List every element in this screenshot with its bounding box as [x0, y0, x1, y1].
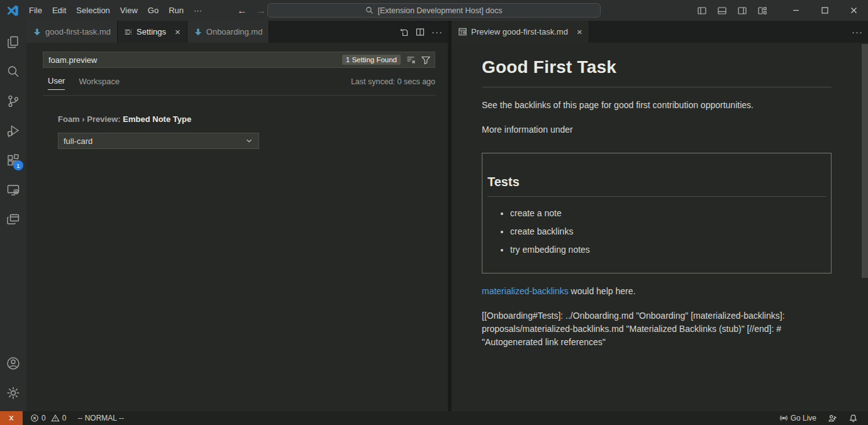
preview-scrollbar[interactable]: [862, 44, 868, 278]
list-item: try embedding notes: [510, 243, 826, 257]
left-tab-bar: good-first-task.md Settings × Onboarding…: [26, 21, 448, 43]
toggle-secondary-sidebar-icon[interactable]: [735, 3, 750, 18]
setting-name: Embed Note Type: [123, 114, 191, 124]
source-control-icon[interactable]: [0, 86, 26, 116]
warning-count: 0: [62, 414, 67, 422]
materialized-backlinks-link[interactable]: materialized-backlinks: [482, 286, 569, 296]
remote-indicator[interactable]: [0, 411, 23, 425]
settings-search-input[interactable]: [48, 55, 342, 65]
scope-tab-workspace[interactable]: Workspace: [79, 77, 120, 90]
close-tab-icon[interactable]: ×: [175, 27, 181, 36]
menu-file[interactable]: File: [24, 3, 47, 18]
error-icon: [30, 414, 39, 422]
right-editor-group: Preview good-first-task.md × ··· Good Fi…: [452, 21, 868, 411]
markdown-file-icon: [33, 28, 42, 36]
preview-paragraph: See the backlinks of this page for good …: [482, 99, 832, 112]
extensions-icon[interactable]: 1: [0, 145, 26, 175]
markdown-preview: Good First Task See the backlinks of thi…: [452, 43, 868, 411]
tab-preview-good-first-task[interactable]: Preview good-first-task.md ×: [452, 21, 589, 43]
navigate-back-icon[interactable]: ←: [237, 5, 247, 16]
embedded-note-title: Tests: [487, 172, 826, 191]
markdown-preview-icon: [458, 27, 467, 36]
embed-note-type-select[interactable]: full-card: [58, 133, 259, 149]
remote-icon: [7, 414, 16, 422]
status-bar: 0 0 -- NORMAL -- Go Live: [0, 411, 868, 425]
filter-funnel-icon[interactable]: [421, 55, 431, 65]
remote-explorer-icon[interactable]: [0, 175, 26, 204]
more-actions-icon[interactable]: ···: [852, 26, 863, 37]
tab-settings[interactable]: Settings ×: [118, 21, 187, 43]
settings-editor-icon: [124, 28, 133, 36]
window-title: [Extension Development Host] docs: [377, 6, 502, 15]
menu-view[interactable]: View: [115, 3, 143, 18]
toggle-primary-sidebar-icon[interactable]: [694, 3, 709, 18]
setting-category: Foam › Preview:: [58, 114, 123, 124]
right-tab-bar: Preview good-first-task.md × ···: [452, 21, 868, 43]
select-value: full-card: [64, 136, 92, 146]
preview-title: Good First Task: [482, 54, 832, 80]
settings-count-badge: 1 Setting Found: [342, 55, 401, 65]
tab-good-first-task[interactable]: good-first-task.md: [26, 21, 118, 43]
list-item: create a note: [510, 207, 826, 220]
search-view-icon[interactable]: [0, 57, 26, 86]
settings-editor: 1 Setting Found User Workspace Last sync…: [26, 43, 448, 411]
link-references-paragraph: [[Onboarding#Tests]: ../Onboarding.md "O…: [482, 309, 832, 349]
settings-gear-icon[interactable]: [0, 378, 26, 407]
problems-indicator[interactable]: 0 0: [26, 414, 70, 422]
menu-edit[interactable]: Edit: [47, 3, 71, 18]
command-center[interactable]: [Extension Development Host] docs: [267, 3, 601, 18]
close-tab-icon[interactable]: ×: [577, 27, 582, 36]
accounts-icon[interactable]: [0, 348, 26, 378]
close-window-button[interactable]: [839, 0, 868, 21]
vim-mode-indicator[interactable]: -- NORMAL --: [77, 414, 124, 422]
vscode-logo-icon: [6, 4, 19, 17]
customize-layout-icon[interactable]: [755, 3, 770, 18]
title-bar: File Edit Selection View Go Run ··· ← → …: [0, 0, 868, 21]
navigate-forward-icon[interactable]: →: [256, 5, 266, 16]
preview-paragraph: More information under: [482, 123, 832, 136]
broadcast-icon: [779, 414, 788, 422]
toggle-panel-icon[interactable]: [715, 3, 730, 18]
menu-bar: File Edit Selection View Go Run ···: [24, 3, 207, 18]
chevron-down-icon: [245, 136, 253, 145]
settings-search-box[interactable]: 1 Setting Found: [43, 52, 435, 68]
embedded-note-list: create a note create backlinks try embed…: [487, 207, 826, 257]
minimize-button[interactable]: [781, 0, 810, 21]
search-icon: [365, 6, 374, 14]
link-paragraph: materialized-backlinks would help here.: [482, 285, 832, 298]
split-editor-icon[interactable]: [415, 27, 425, 37]
markdown-file-icon: [194, 28, 203, 36]
activity-bar: 1: [0, 21, 26, 411]
feedback-icon[interactable]: [824, 414, 841, 423]
open-settings-json-icon[interactable]: [399, 27, 409, 37]
editor-layouts-icon[interactable]: [0, 204, 26, 234]
clear-filters-icon[interactable]: [406, 55, 416, 65]
heading-rule: [482, 87, 832, 87]
tab-onboarding[interactable]: Onboarding.md: [187, 21, 270, 43]
extensions-badge: 1: [13, 160, 23, 170]
heading-rule: [487, 196, 826, 197]
go-live-button[interactable]: Go Live: [776, 414, 820, 422]
menu-more[interactable]: ···: [189, 3, 207, 18]
warning-icon: [51, 414, 60, 422]
scope-tab-user[interactable]: User: [48, 76, 65, 90]
maximize-button[interactable]: [810, 0, 839, 21]
setting-row-embed-note-type: Foam › Preview: Embed Note Type full-car…: [58, 114, 435, 149]
error-count: 0: [42, 414, 46, 422]
list-item: create backlinks: [510, 225, 826, 238]
notifications-bell-icon[interactable]: [845, 414, 862, 423]
left-editor-group: good-first-task.md Settings × Onboarding…: [26, 21, 448, 411]
embedded-note-card: Tests create a note create backlinks try…: [482, 153, 832, 273]
menu-run[interactable]: Run: [164, 3, 189, 18]
menu-selection[interactable]: Selection: [71, 3, 114, 18]
menu-go[interactable]: Go: [143, 3, 164, 18]
run-and-debug-icon[interactable]: [0, 116, 26, 145]
setting-title: Foam › Preview: Embed Note Type: [58, 114, 435, 124]
sync-status: Last synced: 0 secs ago: [351, 77, 435, 89]
more-actions-icon[interactable]: ···: [431, 26, 443, 37]
settings-scope-row: User Workspace Last synced: 0 secs ago: [43, 76, 435, 96]
explorer-icon[interactable]: [0, 27, 26, 57]
